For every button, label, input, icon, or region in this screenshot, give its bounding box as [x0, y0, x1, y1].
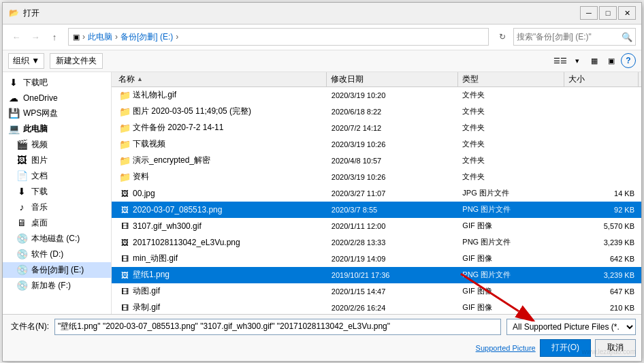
- filename-input[interactable]: [54, 319, 501, 335]
- sidebar-item-d-drive[interactable]: 💿 软件 (D:): [3, 247, 111, 262]
- this-pc-icon: 💻: [8, 123, 19, 134]
- table-row[interactable]: 📁文件备份 2020-7-2 14-11 2020/7/2 14:12 文件夹: [112, 120, 641, 136]
- table-row[interactable]: 📁送礼物礼.gif 2020/3/19 10:20 文件夹: [112, 87, 641, 104]
- title-bar: 📂 打开 ─ □ ✕: [3, 3, 641, 25]
- file-name-9: 20171028113042_eL3Vu.png: [133, 238, 240, 247]
- table-row[interactable]: 🎞动图.gif 2020/1/15 14:47 GIF 图像 647 KB: [112, 283, 641, 300]
- file-type-13: GIF 图像: [458, 302, 564, 313]
- up-button[interactable]: ↑: [46, 29, 63, 45]
- desktop-icon: 🖥: [16, 217, 27, 228]
- filename-label: 文件名(N):: [8, 321, 49, 332]
- sidebar-label-music: 音乐: [31, 202, 48, 213]
- file-icon-2: 📁: [118, 122, 131, 134]
- back-button[interactable]: ←: [8, 29, 25, 45]
- table-row[interactable]: 📁演示_encrypted_解密 2020/4/8 10:57 文件夹: [112, 153, 641, 169]
- sidebar-item-downloads-ba[interactable]: ⬇ 下载吧: [3, 75, 111, 91]
- minimize-button[interactable]: ─: [580, 6, 598, 20]
- col-header-type[interactable]: 类型: [458, 72, 565, 86]
- file-size-13: 210 KB: [565, 304, 639, 312]
- search-input[interactable]: [517, 32, 622, 42]
- filetype-select[interactable]: All Supported Picture Files (*.: [506, 319, 636, 335]
- file-date-2: 2020/7/2 14:12: [327, 124, 459, 132]
- file-date-12: 2020/1/15 14:47: [327, 287, 459, 296]
- sidebar-item-onedrive[interactable]: ☁ OneDrive: [3, 91, 111, 106]
- organize-button[interactable]: 组织 ▼: [8, 53, 44, 69]
- col-header-name[interactable]: 名称 ▲: [114, 72, 327, 86]
- file-date-0: 2020/3/19 10:20: [327, 91, 459, 99]
- sidebar-item-documents[interactable]: 📄 文档: [3, 168, 111, 184]
- file-type-4: 文件夹: [458, 155, 564, 165]
- file-type-12: GIF 图像: [458, 286, 564, 296]
- sidebar-item-downloads[interactable]: ⬇ 下载: [3, 184, 111, 200]
- file-area: 名称 ▲ 修改日期 类型 大小 📁送礼物礼.gif 2020/3/19: [112, 72, 641, 314]
- help-button[interactable]: ?: [621, 53, 636, 68]
- sidebar-item-desktop[interactable]: 🖥 桌面: [3, 215, 111, 231]
- maximize-button[interactable]: □: [599, 6, 617, 20]
- close-button[interactable]: ✕: [618, 6, 636, 20]
- new-folder-button[interactable]: 新建文件夹: [50, 53, 103, 69]
- breadcrumb[interactable]: ▣ › 此电脑 › 备份[勿删] (E:) ›: [68, 28, 489, 46]
- view-extra-button[interactable]: ▣: [604, 53, 619, 68]
- file-icon-6: 🖼: [118, 187, 131, 200]
- file-icon-13: 🎞: [118, 302, 131, 314]
- file-icon-5: 📁: [118, 171, 131, 183]
- file-type-5: 文件夹: [458, 172, 564, 182]
- breadcrumb-drive[interactable]: 备份[勿删] (E:): [120, 31, 173, 43]
- sidebar-item-f-drive[interactable]: 💿 新加卷 (F:): [3, 278, 111, 294]
- view-grid-button[interactable]: ▦: [587, 53, 602, 68]
- file-type-10: GIF 图像: [458, 253, 564, 264]
- col-header-size[interactable]: 大小: [564, 72, 639, 86]
- wps-icon: 💾: [8, 108, 19, 119]
- table-row[interactable]: 🖼00.jpg 2020/3/27 11:07 JPG 图片文件 14 KB: [112, 185, 641, 202]
- table-row[interactable]: 📁资料 2020/3/19 10:26 文件夹: [112, 169, 641, 185]
- table-row[interactable]: 🖼壁纸1.png 2019/10/21 17:36 PNG 图片文件 3,239…: [112, 267, 641, 283]
- sidebar-item-this-pc[interactable]: 💻 此电脑: [3, 121, 111, 137]
- file-type-8: GIF 图像: [458, 221, 564, 231]
- sidebar-item-videos[interactable]: 🎬 视频: [3, 137, 111, 153]
- file-date-8: 2020/1/11 12:00: [327, 222, 459, 230]
- view-list-button[interactable]: ☰☰: [553, 53, 568, 68]
- file-icon-9: 🖼: [118, 236, 131, 249]
- file-date-13: 2020/2/26 16:24: [327, 304, 459, 312]
- sidebar-item-wps[interactable]: 💾 WPS网盘: [3, 106, 111, 121]
- table-row[interactable]: 🎞min_动图.gif 2020/1/19 14:09 GIF 图像 642 K…: [112, 251, 641, 267]
- file-type-3: 文件夹: [458, 139, 564, 149]
- search-icon: 🔍: [622, 32, 632, 42]
- table-row[interactable]: 🎞3107.gif_wh300.gif 2020/1/11 12:00 GIF …: [112, 218, 641, 234]
- file-icon-10: 🎞: [118, 253, 131, 265]
- supported-picture-link[interactable]: Supported Picture: [476, 344, 536, 352]
- sidebar-item-music[interactable]: ♪ 音乐: [3, 200, 111, 215]
- file-size-7: 92 KB: [565, 206, 639, 214]
- f-drive-icon: 💿: [16, 280, 27, 291]
- forward-button[interactable]: →: [27, 29, 44, 45]
- file-name-3: 下载视频: [133, 138, 165, 150]
- file-name-1: 图片 2020-03-05 11;49;05 (完整): [133, 106, 251, 117]
- search-box[interactable]: 🔍: [513, 28, 636, 46]
- file-name-11: 壁纸1.png: [133, 269, 170, 281]
- breadcrumb-computer[interactable]: ▣: [73, 33, 80, 42]
- watermark: www.lezajiao.com: [582, 348, 636, 356]
- sidebar-label-e-drive: 备份[勿删] (E:): [31, 264, 84, 276]
- file-type-7: PNG 图片文件: [458, 204, 564, 215]
- table-row[interactable]: 🖼2020-03-07_085513.png 2020/3/7 8:55 PNG…: [112, 202, 641, 218]
- sidebar-item-e-drive[interactable]: 💿 备份[勿删] (E:): [3, 262, 111, 278]
- file-date-3: 2020/3/19 10:26: [327, 140, 459, 148]
- col-header-date[interactable]: 修改日期: [327, 72, 458, 86]
- sidebar-item-pictures[interactable]: 🖼 图片: [3, 153, 111, 168]
- file-icon-4: 📁: [118, 155, 131, 167]
- file-type-9: PNG 图片文件: [458, 237, 564, 247]
- table-row[interactable]: 🖼20171028113042_eL3Vu.png 2020/2/28 13:3…: [112, 234, 641, 251]
- table-row[interactable]: 📁下载视频 2020/3/19 10:26 文件夹: [112, 136, 641, 153]
- address-toolbar: ← → ↑ ▣ › 此电脑 › 备份[勿删] (E:) › ↻ 🔍: [3, 25, 641, 50]
- refresh-button[interactable]: ↻: [494, 29, 511, 45]
- file-icon-8: 🎞: [118, 220, 131, 232]
- table-row[interactable]: 📁图片 2020-03-05 11;49;05 (完整) 2020/6/18 8…: [112, 104, 641, 120]
- file-date-7: 2020/3/7 8:55: [327, 206, 459, 214]
- view-dropdown-button[interactable]: ▾: [570, 53, 585, 68]
- title-buttons: ─ □ ✕: [580, 6, 636, 20]
- table-row[interactable]: 🎞录制.gif 2020/2/26 16:24 GIF 图像 210 KB: [112, 300, 641, 314]
- sidebar-item-c-drive[interactable]: 💿 本地磁盘 (C:): [3, 231, 111, 247]
- sidebar-label-downloads: 下载: [31, 186, 48, 198]
- breadcrumb-this-pc[interactable]: 此电脑: [88, 31, 112, 43]
- sidebar-label-downloads-ba: 下载吧: [23, 77, 48, 89]
